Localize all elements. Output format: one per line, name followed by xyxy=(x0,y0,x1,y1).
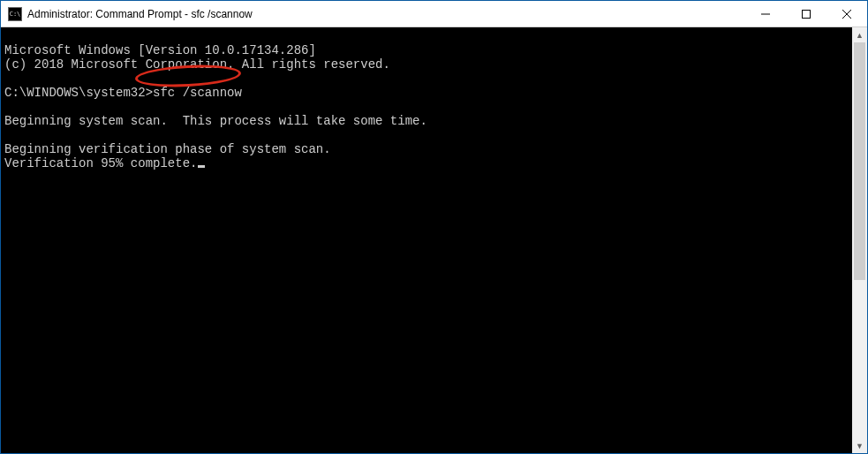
console-command: sfc /scannow xyxy=(153,86,242,100)
minimize-button[interactable] xyxy=(745,1,786,27)
close-button[interactable] xyxy=(826,1,867,27)
window-controls xyxy=(745,1,867,26)
scroll-track[interactable] xyxy=(852,42,867,438)
maximize-button[interactable] xyxy=(786,1,826,27)
console-line: Microsoft Windows [Version 10.0.17134.28… xyxy=(4,43,316,57)
console-prompt: C:\WINDOWS\system32> xyxy=(4,86,153,100)
console-line: Beginning system scan. This process will… xyxy=(4,114,427,128)
cmd-icon: C:\ xyxy=(8,7,22,21)
console-line: Beginning verification phase of system s… xyxy=(4,142,331,156)
titlebar[interactable]: C:\ Administrator: Command Prompt - sfc … xyxy=(1,1,867,27)
cmd-icon-text: C:\ xyxy=(10,11,21,18)
chevron-up-icon: ▲ xyxy=(856,31,864,40)
minimize-icon xyxy=(761,10,770,19)
scroll-thumb[interactable] xyxy=(854,42,865,280)
console-line: (c) 2018 Microsoft Corporation. All righ… xyxy=(4,57,390,72)
maximize-icon xyxy=(802,10,811,19)
svg-rect-1 xyxy=(803,11,811,19)
console-output[interactable]: Microsoft Windows [Version 10.0.17134.28… xyxy=(1,27,852,453)
window-title: Administrator: Command Prompt - sfc /sca… xyxy=(27,8,253,20)
vertical-scrollbar[interactable]: ▲ ▼ xyxy=(852,27,867,453)
scroll-up-button[interactable]: ▲ xyxy=(852,27,867,42)
scroll-down-button[interactable]: ▼ xyxy=(852,438,867,453)
console-area: Microsoft Windows [Version 10.0.17134.28… xyxy=(1,27,867,453)
chevron-down-icon: ▼ xyxy=(856,442,864,450)
close-icon xyxy=(842,10,851,19)
cursor-icon xyxy=(198,165,205,168)
console-line: Verification 95% complete. xyxy=(4,156,197,170)
